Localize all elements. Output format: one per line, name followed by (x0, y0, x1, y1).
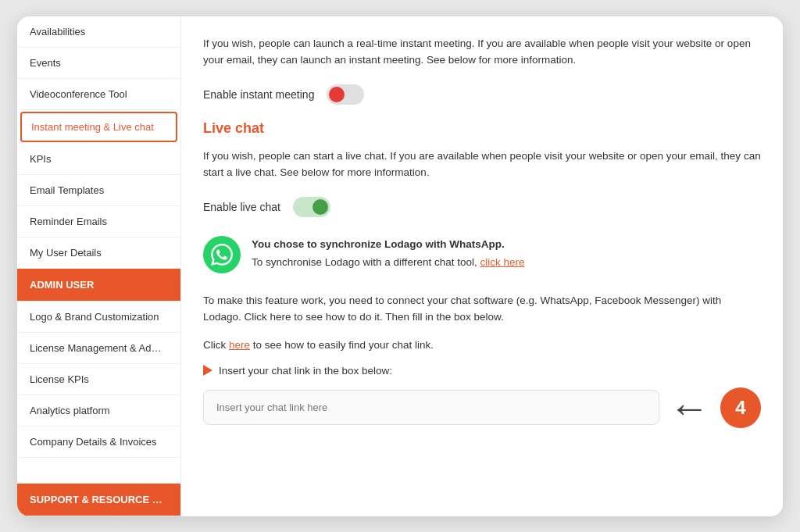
sidebar-item-email-templates[interactable]: Email Templates (17, 175, 180, 206)
arrow-badge-group: ← 4 (669, 387, 761, 428)
whatsapp-sub-text: To synchronise Lodago with a different c… (252, 256, 477, 268)
bottom-row: ← 4 (203, 387, 761, 428)
sidebar: Availabilities Events Videoconference To… (17, 16, 181, 516)
sidebar-item-reminder-emails[interactable]: Reminder Emails (17, 206, 180, 237)
live-chat-row: Enable live chat (203, 197, 761, 217)
sidebar-support-resource-header[interactable]: SUPPORT & RESOURCE CENTER (17, 484, 180, 516)
whatsapp-text: You chose to synchronize Lodago with Wha… (252, 236, 524, 272)
connect-text: To make this feature work, you need to c… (203, 292, 761, 326)
instant-meeting-label: Enable instant meeting (203, 88, 314, 101)
chat-link-label-row: Insert your chat link in the box below: (203, 365, 761, 377)
sidebar-item-my-user-details[interactable]: My User Details (17, 237, 180, 269)
connect-text-2: Click here to see how to easily find you… (203, 337, 761, 354)
sidebar-item-kpis[interactable]: KPIs (17, 144, 180, 175)
app-container: Availabilities Events Videoconference To… (17, 16, 783, 516)
intro-text: If you wish, people can launch a real-ti… (203, 35, 761, 69)
sidebar-item-company-details[interactable]: Company Details & Invoices (17, 427, 180, 458)
connect-here-link[interactable]: here (229, 339, 250, 351)
instant-meeting-track (327, 84, 364, 105)
whatsapp-bold-text: You chose to synchronize Lodago with Wha… (252, 238, 505, 250)
whatsapp-box: You chose to synchronize Lodago with Wha… (203, 233, 761, 277)
main-content: If you wish, people can launch a real-ti… (181, 16, 783, 516)
arrow-right-icon (203, 365, 212, 376)
live-chat-toggle[interactable] (293, 197, 330, 217)
left-arrow-icon: ← (669, 387, 709, 428)
instant-meeting-toggle[interactable] (327, 84, 364, 105)
instant-meeting-thumb (329, 87, 345, 102)
connect-text-3-label: to see how to easily find your chat link… (253, 339, 434, 351)
whatsapp-icon (203, 236, 241, 273)
live-chat-thumb (312, 199, 328, 215)
connect-text-2-label: Click (203, 339, 226, 351)
live-chat-label: Enable live chat (203, 201, 280, 213)
sidebar-item-videoconference[interactable]: Videoconference Tool (17, 79, 180, 110)
sidebar-admin-user-header: ADMIN USER (17, 269, 180, 302)
sidebar-item-license-kpis[interactable]: License KPIs (17, 364, 180, 395)
whatsapp-click-here-link[interactable]: click here (480, 256, 524, 268)
sidebar-item-logo-brand[interactable]: Logo & Brand Customization (17, 302, 180, 333)
instant-meeting-row: Enable instant meeting (203, 84, 761, 105)
sidebar-item-instant-meeting[interactable]: Instant meeting & Live chat (20, 112, 177, 142)
live-chat-section-title: Live chat (203, 120, 761, 137)
sidebar-item-events[interactable]: Events (17, 48, 180, 79)
live-chat-track (293, 197, 330, 217)
sidebar-item-license-management[interactable]: License Management & Administrator Detai… (17, 333, 180, 364)
live-chat-intro: If you wish, people can start a live cha… (203, 148, 761, 181)
sidebar-item-availabilities[interactable]: Availabilities (17, 16, 180, 48)
sidebar-item-analytics-platform[interactable]: Analytics platform (17, 395, 180, 427)
insert-label: Insert your chat link in the box below: (219, 365, 392, 377)
badge-number: 4 (720, 387, 761, 428)
chat-input[interactable] (203, 390, 659, 425)
